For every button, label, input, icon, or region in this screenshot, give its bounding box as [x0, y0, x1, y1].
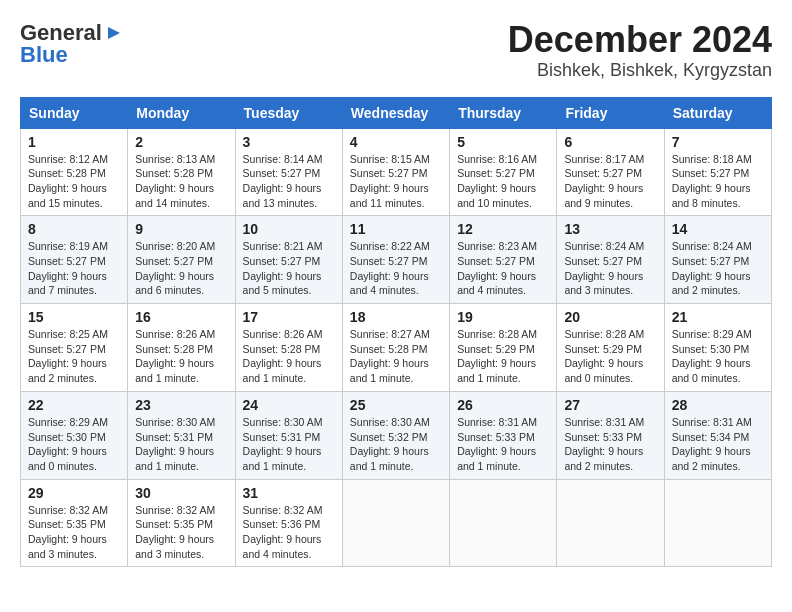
- calendar-cell: 13Sunrise: 8:24 AMSunset: 5:27 PMDayligh…: [557, 216, 664, 304]
- day-info: Sunrise: 8:16 AMSunset: 5:27 PMDaylight:…: [457, 152, 549, 211]
- day-info: Sunrise: 8:24 AMSunset: 5:27 PMDaylight:…: [564, 239, 656, 298]
- day-info: Sunrise: 8:32 AMSunset: 5:36 PMDaylight:…: [243, 503, 335, 562]
- day-number: 27: [564, 397, 656, 413]
- day-info: Sunrise: 8:26 AMSunset: 5:28 PMDaylight:…: [135, 327, 227, 386]
- day-info: Sunrise: 8:12 AMSunset: 5:28 PMDaylight:…: [28, 152, 120, 211]
- day-number: 21: [672, 309, 764, 325]
- calendar-cell: 19Sunrise: 8:28 AMSunset: 5:29 PMDayligh…: [450, 304, 557, 392]
- day-info: Sunrise: 8:32 AMSunset: 5:35 PMDaylight:…: [135, 503, 227, 562]
- svg-marker-0: [108, 27, 120, 39]
- weekday-header-monday: Monday: [128, 97, 235, 128]
- day-number: 17: [243, 309, 335, 325]
- location-title: Bishkek, Bishkek, Kyrgyzstan: [508, 60, 772, 81]
- calendar-week-row: 15Sunrise: 8:25 AMSunset: 5:27 PMDayligh…: [21, 304, 772, 392]
- day-number: 15: [28, 309, 120, 325]
- day-info: Sunrise: 8:26 AMSunset: 5:28 PMDaylight:…: [243, 327, 335, 386]
- day-number: 31: [243, 485, 335, 501]
- day-info: Sunrise: 8:15 AMSunset: 5:27 PMDaylight:…: [350, 152, 442, 211]
- day-number: 26: [457, 397, 549, 413]
- day-number: 29: [28, 485, 120, 501]
- calendar-cell: 15Sunrise: 8:25 AMSunset: 5:27 PMDayligh…: [21, 304, 128, 392]
- calendar-cell: 30Sunrise: 8:32 AMSunset: 5:35 PMDayligh…: [128, 479, 235, 567]
- calendar-cell: 26Sunrise: 8:31 AMSunset: 5:33 PMDayligh…: [450, 391, 557, 479]
- day-info: Sunrise: 8:20 AMSunset: 5:27 PMDaylight:…: [135, 239, 227, 298]
- day-info: Sunrise: 8:27 AMSunset: 5:28 PMDaylight:…: [350, 327, 442, 386]
- day-number: 4: [350, 134, 442, 150]
- day-info: Sunrise: 8:22 AMSunset: 5:27 PMDaylight:…: [350, 239, 442, 298]
- day-number: 3: [243, 134, 335, 150]
- day-info: Sunrise: 8:13 AMSunset: 5:28 PMDaylight:…: [135, 152, 227, 211]
- calendar-cell: [342, 479, 449, 567]
- day-info: Sunrise: 8:21 AMSunset: 5:27 PMDaylight:…: [243, 239, 335, 298]
- calendar-cell: 11Sunrise: 8:22 AMSunset: 5:27 PMDayligh…: [342, 216, 449, 304]
- month-title: December 2024: [508, 20, 772, 60]
- calendar-week-row: 29Sunrise: 8:32 AMSunset: 5:35 PMDayligh…: [21, 479, 772, 567]
- day-info: Sunrise: 8:14 AMSunset: 5:27 PMDaylight:…: [243, 152, 335, 211]
- calendar-cell: 25Sunrise: 8:30 AMSunset: 5:32 PMDayligh…: [342, 391, 449, 479]
- calendar-cell: 28Sunrise: 8:31 AMSunset: 5:34 PMDayligh…: [664, 391, 771, 479]
- weekday-header-tuesday: Tuesday: [235, 97, 342, 128]
- calendar-cell: 7Sunrise: 8:18 AMSunset: 5:27 PMDaylight…: [664, 128, 771, 216]
- calendar-cell: 17Sunrise: 8:26 AMSunset: 5:28 PMDayligh…: [235, 304, 342, 392]
- day-number: 25: [350, 397, 442, 413]
- calendar-cell: 24Sunrise: 8:30 AMSunset: 5:31 PMDayligh…: [235, 391, 342, 479]
- logo-arrow-icon: [104, 23, 124, 43]
- calendar-cell: 4Sunrise: 8:15 AMSunset: 5:27 PMDaylight…: [342, 128, 449, 216]
- calendar-week-row: 8Sunrise: 8:19 AMSunset: 5:27 PMDaylight…: [21, 216, 772, 304]
- calendar-cell: 3Sunrise: 8:14 AMSunset: 5:27 PMDaylight…: [235, 128, 342, 216]
- calendar-cell: 14Sunrise: 8:24 AMSunset: 5:27 PMDayligh…: [664, 216, 771, 304]
- day-info: Sunrise: 8:29 AMSunset: 5:30 PMDaylight:…: [672, 327, 764, 386]
- day-number: 1: [28, 134, 120, 150]
- day-number: 12: [457, 221, 549, 237]
- day-number: 13: [564, 221, 656, 237]
- day-info: Sunrise: 8:24 AMSunset: 5:27 PMDaylight:…: [672, 239, 764, 298]
- day-info: Sunrise: 8:28 AMSunset: 5:29 PMDaylight:…: [564, 327, 656, 386]
- calendar-cell: 20Sunrise: 8:28 AMSunset: 5:29 PMDayligh…: [557, 304, 664, 392]
- day-info: Sunrise: 8:32 AMSunset: 5:35 PMDaylight:…: [28, 503, 120, 562]
- day-number: 10: [243, 221, 335, 237]
- calendar-cell: 27Sunrise: 8:31 AMSunset: 5:33 PMDayligh…: [557, 391, 664, 479]
- day-info: Sunrise: 8:23 AMSunset: 5:27 PMDaylight:…: [457, 239, 549, 298]
- day-info: Sunrise: 8:19 AMSunset: 5:27 PMDaylight:…: [28, 239, 120, 298]
- day-info: Sunrise: 8:29 AMSunset: 5:30 PMDaylight:…: [28, 415, 120, 474]
- day-number: 30: [135, 485, 227, 501]
- day-number: 6: [564, 134, 656, 150]
- day-number: 22: [28, 397, 120, 413]
- day-info: Sunrise: 8:18 AMSunset: 5:27 PMDaylight:…: [672, 152, 764, 211]
- weekday-header-thursday: Thursday: [450, 97, 557, 128]
- day-number: 7: [672, 134, 764, 150]
- day-number: 18: [350, 309, 442, 325]
- calendar-cell: 8Sunrise: 8:19 AMSunset: 5:27 PMDaylight…: [21, 216, 128, 304]
- day-number: 20: [564, 309, 656, 325]
- day-number: 5: [457, 134, 549, 150]
- day-info: Sunrise: 8:17 AMSunset: 5:27 PMDaylight:…: [564, 152, 656, 211]
- calendar-cell: 22Sunrise: 8:29 AMSunset: 5:30 PMDayligh…: [21, 391, 128, 479]
- calendar-cell: 1Sunrise: 8:12 AMSunset: 5:28 PMDaylight…: [21, 128, 128, 216]
- day-info: Sunrise: 8:25 AMSunset: 5:27 PMDaylight:…: [28, 327, 120, 386]
- calendar-cell: 29Sunrise: 8:32 AMSunset: 5:35 PMDayligh…: [21, 479, 128, 567]
- calendar-cell: [664, 479, 771, 567]
- day-number: 9: [135, 221, 227, 237]
- logo: General Blue: [20, 20, 124, 68]
- day-number: 28: [672, 397, 764, 413]
- day-info: Sunrise: 8:31 AMSunset: 5:34 PMDaylight:…: [672, 415, 764, 474]
- calendar-week-row: 1Sunrise: 8:12 AMSunset: 5:28 PMDaylight…: [21, 128, 772, 216]
- day-number: 2: [135, 134, 227, 150]
- day-number: 8: [28, 221, 120, 237]
- calendar-week-row: 22Sunrise: 8:29 AMSunset: 5:30 PMDayligh…: [21, 391, 772, 479]
- day-number: 19: [457, 309, 549, 325]
- calendar-cell: [450, 479, 557, 567]
- title-area: December 2024 Bishkek, Bishkek, Kyrgyzst…: [508, 20, 772, 81]
- calendar-cell: 12Sunrise: 8:23 AMSunset: 5:27 PMDayligh…: [450, 216, 557, 304]
- day-info: Sunrise: 8:30 AMSunset: 5:31 PMDaylight:…: [135, 415, 227, 474]
- logo-blue: Blue: [20, 42, 124, 68]
- calendar-cell: 18Sunrise: 8:27 AMSunset: 5:28 PMDayligh…: [342, 304, 449, 392]
- calendar-cell: 9Sunrise: 8:20 AMSunset: 5:27 PMDaylight…: [128, 216, 235, 304]
- weekday-header-friday: Friday: [557, 97, 664, 128]
- day-number: 24: [243, 397, 335, 413]
- day-info: Sunrise: 8:30 AMSunset: 5:31 PMDaylight:…: [243, 415, 335, 474]
- day-number: 11: [350, 221, 442, 237]
- day-number: 14: [672, 221, 764, 237]
- day-info: Sunrise: 8:28 AMSunset: 5:29 PMDaylight:…: [457, 327, 549, 386]
- calendar-cell: 16Sunrise: 8:26 AMSunset: 5:28 PMDayligh…: [128, 304, 235, 392]
